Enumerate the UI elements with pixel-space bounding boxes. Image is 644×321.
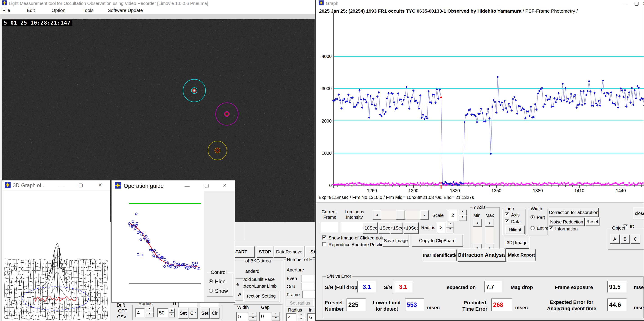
- graph-maximize-icon[interactable]: ▢: [634, 1, 640, 6]
- line-data-label[interactable]: Data: [511, 219, 520, 224]
- width-field[interactable]: 5: [236, 312, 248, 321]
- part-radio[interactable]: [530, 215, 535, 219]
- save-button[interactable]: SAVE: [305, 246, 315, 257]
- line-axis-checkbox[interactable]: [505, 212, 509, 217]
- scale-field[interactable]: 2: [448, 210, 458, 221]
- menu-tools[interactable]: Tools: [82, 7, 94, 14]
- menu-software-update[interactable]: Software Update: [108, 7, 143, 14]
- reproduce-aperture-checkbox[interactable]: [322, 242, 326, 246]
- scale-spinner[interactable]: ▲▼: [458, 210, 466, 221]
- plus-10sec-button[interactable]: +10Sec: [404, 222, 418, 234]
- guide-maximize-icon[interactable]: ▢: [203, 183, 210, 189]
- frame-scroll-thumb[interactable]: [396, 210, 405, 220]
- d3-maximize-icon[interactable]: ▢: [78, 182, 84, 188]
- lunar-identification-button[interactable]: Lunar Identification: [422, 249, 457, 261]
- marker1-field[interactable]: [178, 302, 197, 307]
- ymin-up-button[interactable]: ▲: [473, 219, 482, 227]
- graph-close-icon[interactable]: ✕: [642, 1, 644, 6]
- bkg-meteor-limb-label[interactable]: eteor/Lunar Limb: [242, 284, 276, 289]
- hilight-button[interactable]: Hilight: [505, 226, 524, 234]
- correction-setting-button[interactable]: rection Setting: [244, 291, 279, 301]
- aperture-radius-spinner[interactable]: ▲▼: [297, 313, 305, 321]
- entire-radio[interactable]: [530, 226, 535, 230]
- object-c-button[interactable]: C: [631, 235, 640, 244]
- frame-scroll-right-button[interactable]: ►: [420, 210, 429, 220]
- frame-exposure-field[interactable]: 91.5: [607, 281, 627, 293]
- gap-spinner[interactable]: ▲▼: [272, 312, 280, 321]
- gap-field[interactable]: 0: [259, 312, 271, 321]
- menu-edit[interactable]: Edit: [27, 7, 35, 14]
- sn-full-drop-field[interactable]: 3.1: [357, 281, 376, 293]
- graph-titlebar[interactable]: Graph — ▢ ✕: [316, 0, 644, 7]
- clr2-button[interactable]: Clr: [210, 308, 219, 318]
- frame-scroll-left-button[interactable]: ◄: [372, 210, 381, 220]
- information-label[interactable]: Information: [555, 226, 578, 232]
- main-titlebar[interactable]: Light Measurement tool for Occultation O…: [0, 0, 315, 7]
- plus-1sec-button[interactable]: +1Sec: [391, 222, 403, 234]
- light-curve-chart[interactable]: 0100020003000400012601290132013501380141…: [316, 12, 644, 194]
- show-image-checkbox[interactable]: [322, 235, 326, 240]
- set1-button[interactable]: Set: [178, 308, 188, 318]
- stop-button[interactable]: STOP: [256, 246, 273, 257]
- analyzing-error-field[interactable]: 44.6: [607, 298, 627, 311]
- save-image-button[interactable]: Save Image: [382, 235, 409, 247]
- lower-limit-field[interactable]: 553: [405, 298, 424, 311]
- diffraction-analysis-button[interactable]: Diffraction Analysis: [458, 248, 506, 261]
- 3d-image-button[interactable]: [3D] Image: [504, 237, 529, 248]
- display-radius-field[interactable]: 3: [437, 222, 446, 233]
- track-radius-field[interactable]: 4: [135, 308, 144, 317]
- show-radio[interactable]: [209, 288, 213, 293]
- menu-file[interactable]: File: [2, 7, 10, 14]
- guide-titlebar[interactable]: Operation guide — ▢ ✕: [112, 181, 235, 191]
- part-label[interactable]: Part: [537, 215, 545, 220]
- predicted-error-field[interactable]: 268: [491, 298, 512, 311]
- bkg-standard-label[interactable]: andard: [245, 269, 259, 274]
- marker2-field[interactable]: [200, 302, 219, 307]
- hide-label[interactable]: Hide: [215, 279, 226, 285]
- d3-minimize-icon[interactable]: —: [58, 183, 65, 189]
- display-radius-spinner[interactable]: ▲▼: [446, 222, 454, 233]
- inner-field[interactable]: 6: [308, 313, 315, 321]
- threshold-field[interactable]: 50: [157, 308, 168, 317]
- d3-titlebar[interactable]: 3D-Graph of... — ▢ ✕: [2, 181, 110, 191]
- minus-1sec-button[interactable]: -1Sec: [378, 222, 390, 234]
- dataremove-button[interactable]: DataRemove: [274, 246, 304, 257]
- guide-minimize-icon[interactable]: —: [184, 183, 191, 189]
- aperture-radius-field[interactable]: 4: [286, 313, 296, 321]
- width-spinner[interactable]: ▲▼: [249, 312, 257, 321]
- make-report-button[interactable]: Make Report: [507, 249, 536, 261]
- show-image-label[interactable]: Show Image of Clicked point: [328, 235, 386, 241]
- close-button[interactable]: close: [633, 208, 644, 219]
- entire-label[interactable]: Entire: [537, 226, 548, 231]
- ymax-up-button[interactable]: ▲: [485, 219, 494, 227]
- menu-option[interactable]: Option: [52, 7, 66, 14]
- line-axis-label[interactable]: Axis: [511, 212, 520, 218]
- even-field[interactable]: [302, 275, 314, 282]
- noise-reduction-button[interactable]: Noise Reduction: [549, 218, 584, 226]
- object-b-button[interactable]: B: [620, 235, 630, 244]
- ymax-track[interactable]: [485, 227, 494, 244]
- object-a-button[interactable]: A: [610, 235, 620, 244]
- show-label[interactable]: Show: [215, 288, 228, 294]
- expected-on-field[interactable]: 7.7: [484, 281, 502, 293]
- d3-close-icon[interactable]: ✕: [97, 182, 104, 188]
- frame-field[interactable]: [302, 291, 315, 298]
- threshold-spinner[interactable]: ▲▼: [169, 308, 175, 317]
- minus-10sec-button[interactable]: -10Sec: [363, 222, 378, 234]
- clr1-button[interactable]: Clr: [189, 308, 198, 318]
- current-frame-field[interactable]: [320, 222, 338, 233]
- sn-field[interactable]: 3.1: [394, 281, 412, 293]
- set2-button[interactable]: Set: [200, 308, 210, 318]
- line-data-checkbox[interactable]: [505, 219, 509, 223]
- copy-to-clipboard-button[interactable]: Copy to ClipBoard: [412, 235, 463, 247]
- reproduce-aperture-label[interactable]: Reproduce Aperture Position: [328, 242, 386, 247]
- reset-button[interactable]: Reset: [585, 217, 599, 226]
- correction-absorption-button[interactable]: Correction for absorption: [549, 208, 598, 217]
- set-radius-button[interactable]: Set radius: [286, 299, 314, 307]
- graph-minimize-icon[interactable]: —: [621, 1, 628, 7]
- hide-radio[interactable]: [209, 279, 213, 283]
- fresnel-field[interactable]: 225: [346, 298, 366, 311]
- odd-field[interactable]: [302, 283, 314, 290]
- bkg-avoid-sunlit-label[interactable]: void Sunlit Face: [242, 277, 274, 282]
- guide-close-icon[interactable]: ✕: [221, 183, 228, 189]
